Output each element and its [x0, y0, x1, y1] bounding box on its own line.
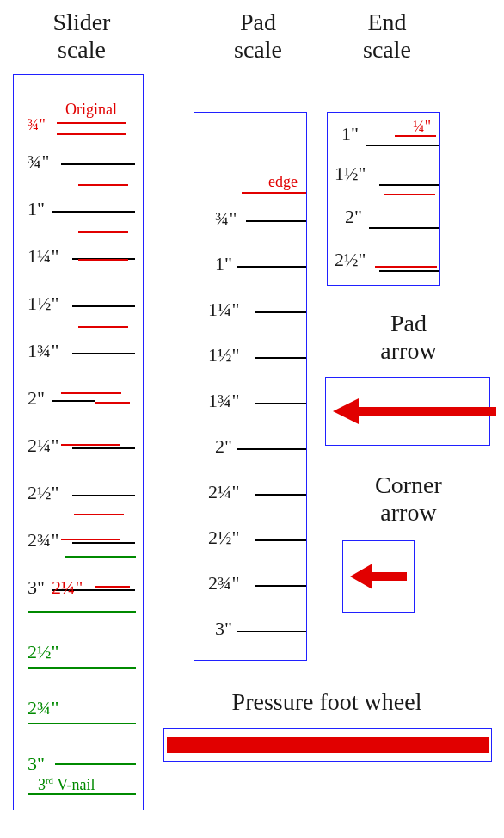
green-tick: [28, 793, 136, 795]
end-tick-label: 1": [341, 123, 359, 145]
slider-tick: [61, 163, 135, 165]
pad-tick: [255, 494, 306, 496]
pad-tick-label: 1½": [208, 344, 239, 367]
pad-tick: [237, 266, 306, 268]
slider-tick-label: 1½": [28, 293, 58, 315]
red-tick: [57, 122, 126, 124]
red-tick: [78, 231, 128, 233]
slider-tick-label: 2¼": [28, 434, 58, 457]
pad-tick: [246, 220, 306, 222]
slider-tick-label: 2½": [28, 482, 58, 504]
slider-red-override: 2¼": [52, 576, 83, 599]
pad-tick-label: 3": [215, 618, 232, 640]
end-tick-label: 2½": [335, 249, 366, 271]
green-tick: [28, 611, 136, 613]
pad-scale: edge ¾" 1" 1¼" 1½" 1¾" 2" 2¼" 2½" 2¾" 3": [194, 112, 307, 661]
slider-tick-label: 2": [28, 387, 45, 410]
slider-tick: [72, 353, 135, 354]
pad-tick-label: 1¾": [208, 390, 239, 412]
pad-tick: [255, 403, 306, 404]
end-tick: [366, 145, 439, 146]
svg-marker-0: [333, 398, 496, 424]
pressure-foot-wheel: [163, 728, 492, 762]
end-top-red: ¼": [413, 118, 431, 136]
pfw-bar: [167, 737, 489, 753]
green-tick: [28, 667, 136, 669]
end-tick-label: 2": [345, 206, 362, 228]
pad-tick-label: 1": [215, 253, 232, 275]
slider-green-label: 2¾": [28, 697, 58, 719]
red-tick: [61, 392, 121, 394]
pfw-label: Pressure foot wheel: [172, 688, 482, 716]
corner-arrow-box: [342, 540, 415, 613]
slider-tick: [72, 305, 135, 307]
pad-tick: [237, 448, 306, 450]
pad-tick: [255, 539, 306, 541]
end-red-line: [384, 194, 435, 195]
red-tick: [61, 539, 120, 540]
red-tick: [57, 133, 126, 135]
end-red-line: [395, 135, 436, 137]
slider-tick: [72, 495, 135, 496]
slider-green-label: 2½": [28, 641, 58, 663]
red-tick: [78, 326, 128, 328]
red-tick: [95, 402, 130, 404]
end-tick: [379, 270, 439, 272]
slider-tick: [72, 542, 135, 544]
pad-tick: [255, 585, 306, 587]
corner-arrow-label: Cornerarrow: [340, 471, 477, 527]
pad-tick-label: ¾": [215, 207, 237, 230]
pad-tick: [255, 311, 306, 313]
slider-green-label: 3": [28, 753, 45, 775]
slider-vnail-label: 3rd V-nail: [38, 775, 95, 794]
slider-tick-label: 2¾": [28, 529, 58, 551]
red-tick: [78, 259, 128, 261]
pad-tick-label: 1¼": [208, 299, 239, 321]
slider-tick: [72, 447, 135, 449]
pad-arrow-box: [325, 377, 490, 446]
red-tick: [61, 444, 120, 446]
pad-tick: [237, 631, 306, 632]
pad-edge-line: [242, 192, 306, 194]
end-tick: [379, 184, 439, 186]
green-tick: [55, 763, 136, 765]
pad-tick-label: 2¾": [208, 572, 239, 595]
slider-tick-label: 1¾": [28, 340, 58, 362]
pad-title: Padscale: [234, 9, 282, 63]
svg-marker-1: [350, 564, 407, 589]
pad-tick: [255, 357, 306, 359]
slider-tick-label: 1¼": [28, 245, 58, 268]
end-scale: ¼" 1" 1½" 2" 2½": [327, 112, 440, 286]
red-tick: [74, 514, 124, 515]
slider-title-1: Sliderscale: [53, 9, 111, 63]
end-red-line: [375, 266, 437, 268]
arrow-left-icon: [350, 564, 407, 589]
slider-tick-label: 3": [28, 576, 45, 599]
slider-tick: [52, 400, 95, 402]
end-tick: [369, 227, 439, 229]
green-tick: [65, 556, 136, 558]
slider-original-label: Original: [65, 101, 117, 119]
arrow-left-icon: [333, 398, 495, 424]
pad-tick-label: 2¼": [208, 481, 239, 503]
red-tick: [95, 586, 130, 588]
red-tick: [78, 184, 128, 186]
slider-original-frac: ¾": [28, 116, 46, 134]
slider-tick: [52, 211, 135, 213]
end-tick-label: 1½": [335, 163, 366, 185]
pad-tick-label: 2½": [208, 527, 239, 549]
slider-tick-label: ¾": [28, 151, 49, 173]
pad-arrow-label: Padarrow: [344, 310, 473, 365]
slider-scale: Original ¾" ¾" 1" 1¼" 1½" 1¾" 2" 2¼" 2½"…: [13, 74, 144, 810]
pad-tick-label: 2": [215, 435, 232, 458]
slider-tick-label: 1": [28, 198, 45, 220]
end-title: Endscale: [363, 9, 411, 63]
green-tick: [28, 723, 136, 724]
pad-edge-label: edge: [268, 173, 298, 191]
